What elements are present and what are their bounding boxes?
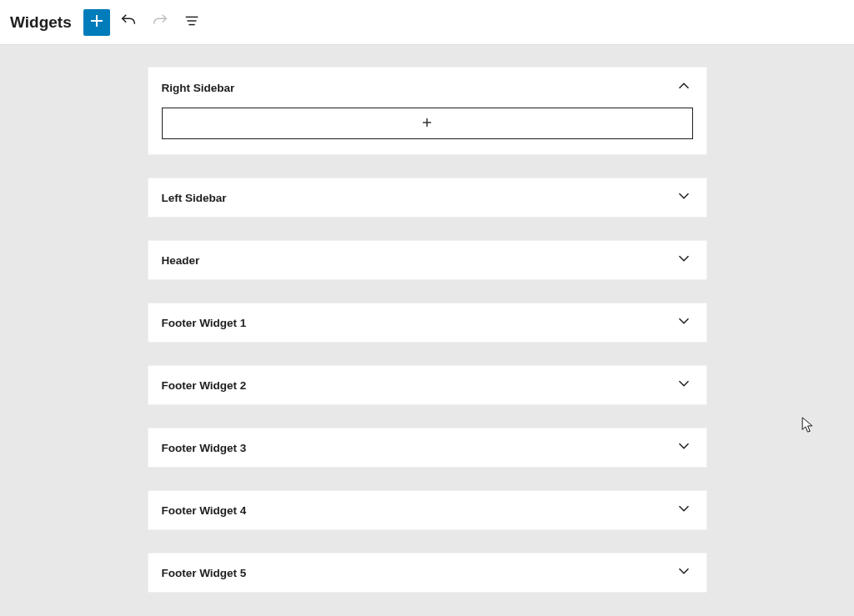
chevron-down-icon <box>675 499 693 521</box>
widget-area-toggle[interactable]: Left Sidebar <box>148 178 706 217</box>
redo-icon <box>151 12 169 33</box>
list-view-icon <box>183 12 201 33</box>
widget-area-title: Footer Widget 4 <box>162 504 247 517</box>
undo-icon <box>119 12 138 33</box>
redo-button[interactable] <box>147 9 173 36</box>
widget-area-toggle[interactable]: Footer Widget 1 <box>148 303 706 342</box>
widget-area-title: Left Sidebar <box>162 192 227 204</box>
widget-area-footer-widget-4: Footer Widget 4 <box>148 490 707 530</box>
undo-button[interactable] <box>115 9 142 36</box>
editor-toolbar: Widgets <box>0 0 854 45</box>
widget-area-title: Footer Widget 2 <box>162 379 247 392</box>
widget-area-toggle[interactable]: Right Sidebar <box>148 68 706 108</box>
widget-area-body <box>148 108 706 154</box>
widget-area-title: Right Sidebar <box>162 82 235 94</box>
widget-area-title: Header <box>162 254 200 267</box>
chevron-down-icon <box>675 187 693 208</box>
add-block-inline-button[interactable] <box>162 108 693 139</box>
widget-area-toggle[interactable]: Footer Widget 5 <box>148 553 706 592</box>
chevron-down-icon <box>675 312 693 333</box>
widget-area-title: Footer Widget 1 <box>162 317 247 329</box>
widget-area-left-sidebar: Left Sidebar <box>148 178 707 218</box>
plus-icon <box>419 114 435 133</box>
widget-areas-canvas: Right Sidebar Left Sidebar Header <box>0 45 854 616</box>
widget-area-header: Header <box>148 240 707 280</box>
widget-area-title: Footer Widget 5 <box>162 567 247 579</box>
widget-area-toggle[interactable]: Footer Widget 3 <box>148 428 706 467</box>
chevron-down-icon <box>675 249 693 271</box>
widget-area-toggle[interactable]: Header <box>148 241 706 279</box>
chevron-up-icon <box>675 77 693 98</box>
widget-area-toggle[interactable]: Footer Widget 4 <box>148 491 706 529</box>
widget-area-footer-widget-1: Footer Widget 1 <box>148 303 707 343</box>
widget-area-footer-widget-2: Footer Widget 2 <box>148 365 707 405</box>
plus-icon <box>87 11 107 33</box>
widget-area-footer-widget-3: Footer Widget 3 <box>148 428 707 468</box>
add-block-button[interactable] <box>83 9 110 36</box>
chevron-down-icon <box>675 437 693 458</box>
widget-area-footer-widget-5: Footer Widget 5 <box>148 553 707 593</box>
chevron-down-icon <box>675 374 693 396</box>
list-view-button[interactable] <box>178 9 205 36</box>
widget-area-toggle[interactable]: Footer Widget 2 <box>148 366 706 404</box>
widget-area-right-sidebar: Right Sidebar <box>148 67 707 155</box>
page-title: Widgets <box>10 13 72 32</box>
widget-area-title: Footer Widget 3 <box>162 442 247 454</box>
chevron-down-icon <box>675 562 693 583</box>
